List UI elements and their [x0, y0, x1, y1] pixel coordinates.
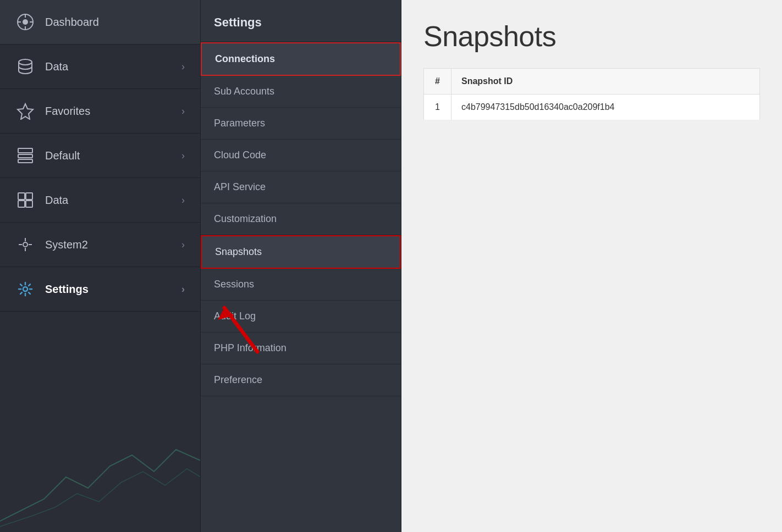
settings-panel: Settings ConnectionsSub AccountsParamete… [201, 0, 401, 532]
sidebar-item-default[interactable]: Default› [0, 134, 200, 178]
chevron-right-icon: › [181, 106, 185, 117]
page-title: Snapshots [423, 20, 760, 53]
sidebar-item-favorites[interactable]: Favorites› [0, 89, 200, 134]
sidebar-graph-decoration [0, 422, 200, 532]
svg-rect-11 [18, 193, 25, 199]
table-cell-num: 1 [424, 95, 451, 120]
sidebar-item-label: Settings [45, 283, 89, 296]
system-icon [15, 235, 35, 254]
sidebar-item-data2[interactable]: Data› [0, 178, 200, 223]
sidebar-item-system2[interactable]: System2› [0, 223, 200, 267]
chevron-right-icon: › [181, 239, 185, 251]
table-row: 1c4b79947315db50d16340ac0a209f1b4 [424, 95, 760, 120]
settings-menu-item-customization[interactable]: Customization [201, 203, 401, 235]
chevron-right-icon: › [181, 195, 185, 206]
snapshots-table: # Snapshot ID 1c4b79947315db50d16340ac0a… [423, 68, 760, 120]
chevron-right-icon: › [181, 284, 185, 295]
settings-menu-item-api-service[interactable]: API Service [201, 171, 401, 203]
data-icon [15, 57, 35, 76]
settings-menu: ConnectionsSub AccountsParametersCloud C… [201, 42, 401, 396]
sidebar: DashboardData›Favorites›Default›Data›Sys… [0, 0, 201, 532]
sidebar-item-settings[interactable]: Settings› [0, 267, 200, 312]
svg-point-6 [19, 59, 32, 65]
settings-menu-item-sub-accounts[interactable]: Sub Accounts [201, 76, 401, 108]
svg-marker-7 [18, 104, 33, 119]
sidebar-item-label: Dashboard [45, 16, 99, 29]
settings-panel-title: Settings [201, 0, 401, 42]
favorites-icon [15, 101, 35, 121]
svg-rect-12 [26, 193, 32, 199]
sidebar-item-label: System2 [45, 239, 88, 251]
sidebar-item-dashboard[interactable]: Dashboard [0, 0, 200, 45]
sidebar-item-label: Favorites [45, 105, 90, 118]
settings-menu-item-cloud-code[interactable]: Cloud Code [201, 140, 401, 171]
svg-rect-9 [18, 154, 32, 158]
default-icon [15, 146, 35, 165]
settings-menu-item-audit-log[interactable]: Audit Log [201, 301, 401, 332]
svg-rect-10 [18, 159, 32, 163]
main-content: Snapshots # Snapshot ID 1c4b79947315db50… [401, 0, 782, 532]
sidebar-item-label: Data [45, 60, 68, 73]
settings-menu-item-connections[interactable]: Connections [201, 42, 401, 76]
data2-icon [15, 190, 35, 210]
sidebar-item-data1[interactable]: Data› [0, 45, 200, 89]
chevron-right-icon: › [181, 150, 185, 162]
settings-menu-item-parameters[interactable]: Parameters [201, 108, 401, 140]
svg-point-1 [23, 19, 28, 25]
svg-rect-14 [26, 201, 32, 207]
settings-menu-item-snapshots[interactable]: Snapshots [201, 235, 401, 269]
table-cell-snapshot-id: c4b79947315db50d16340ac0a209f1b4 [451, 95, 760, 120]
settings-icon [15, 279, 35, 299]
settings-menu-item-sessions[interactable]: Sessions [201, 269, 401, 301]
settings-menu-item-php-information[interactable]: PHP Information [201, 332, 401, 364]
sidebar-item-label: Data [45, 194, 68, 207]
svg-rect-13 [18, 201, 25, 207]
sidebar-item-label: Default [45, 149, 80, 162]
chevron-right-icon: › [181, 61, 185, 73]
svg-rect-8 [18, 148, 32, 153]
svg-point-20 [23, 287, 27, 291]
settings-menu-item-preference[interactable]: Preference [201, 364, 401, 396]
svg-point-15 [23, 242, 27, 247]
table-header-num: # [424, 69, 451, 95]
table-header-snapshot-id: Snapshot ID [451, 69, 760, 95]
dashboard-icon [15, 12, 35, 32]
